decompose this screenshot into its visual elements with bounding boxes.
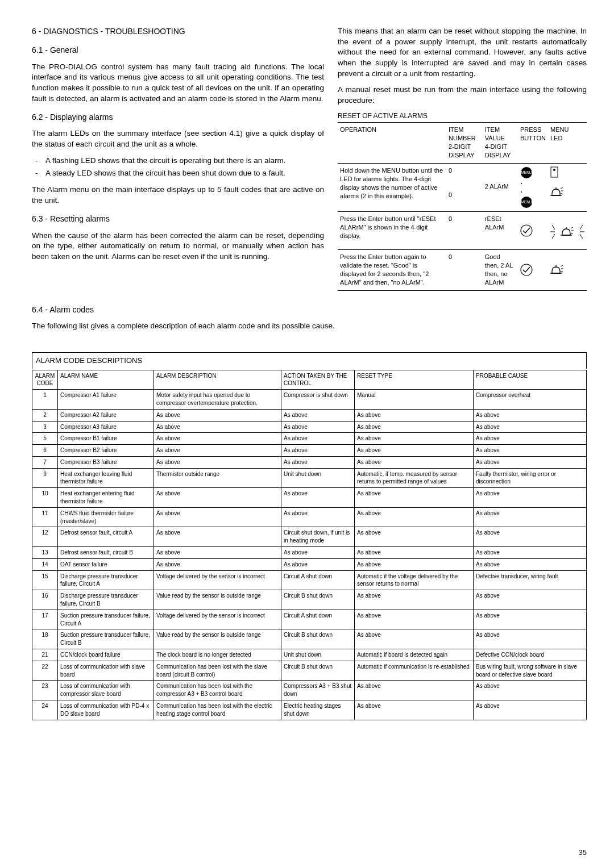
table-row: 3Compressor A3 failureAs aboveAs aboveAs… <box>32 421 587 433</box>
table-row: 23Loss of communication with compressor … <box>32 681 587 700</box>
bell-flashing-icon <box>550 215 584 247</box>
reset-row-1: Hold down the MENU button until the LED … <box>338 163 587 211</box>
svg-point-19 <box>521 183 522 184</box>
section-6-3-body-3: A manual reset must be run from the main… <box>338 85 587 106</box>
alarm-codes-table-title: ALARM CODE DESCRIPTIONS <box>32 352 587 369</box>
section-6-2-heading: 6.2 - Displaying alarms <box>32 112 324 123</box>
enter-button-icon <box>520 264 533 276</box>
section-6-heading: 6 - DIAGNOSTICS - TROUBLESHOOTING <box>32 26 324 37</box>
table-row: 7Compressor B3 failureAs aboveAs aboveAs… <box>32 456 587 468</box>
section-6-2-body-1: The alarm LEDs on the summary interface … <box>32 128 324 149</box>
col-menu-led: MENULED <box>548 122 587 163</box>
section-6-3-heading: 6.3 - Resetting alarms <box>32 214 324 224</box>
table-row: 21CCN/clock board failureThe clock board… <box>32 649 587 661</box>
table-row: 14OAT sensor failureAs aboveAs aboveAs a… <box>32 558 587 570</box>
table-row: 13Defrost sensor fault, circuit BAs abov… <box>32 547 587 559</box>
section-6-2-body-2: The Alarm menu on the main interface dis… <box>32 185 324 206</box>
table-row: 1Compressor A1 failureMotor safety input… <box>32 390 587 410</box>
table-row: 2Compressor A2 failureAs aboveAs aboveAs… <box>32 409 587 421</box>
section-6-4-heading: 6.4 - Alarm codes <box>32 304 587 315</box>
col-item-number: ITEM NUMBER2-DIGIT DISPLAY <box>446 122 483 163</box>
alarm-led-list: A flashing LED shows that the circuit is… <box>32 156 324 179</box>
table-row: 5Compressor B1 failureAs aboveAs aboveAs… <box>32 433 587 445</box>
menu-button-icon <box>520 166 533 179</box>
table-row: 17Suction pressure transducer failure, C… <box>32 610 587 629</box>
col-alarm-name: ALARM NAME <box>58 370 154 390</box>
table-row: 10Heat exchanger entering fluid thermist… <box>32 488 587 508</box>
section-6-1-body: The PRO-DIALOG control system has many f… <box>32 62 324 105</box>
table-row: 9Heat exchanger leaving fluid thermistor… <box>32 468 587 488</box>
col-press-button: PRESSBUTTON <box>518 122 548 163</box>
list-item: A steady LED shows that the circuit has … <box>32 168 324 179</box>
table-row: 11CHWS fluid thermistor failure (master/… <box>32 507 587 527</box>
table-row: 22Loss of communication with slave board… <box>32 661 587 681</box>
alarm-codes-table: ALARM CODE ALARM NAME ALARM DESCRIPTION … <box>32 370 587 720</box>
enter-button-icon <box>520 224 533 237</box>
section-6-4-body: The following list gives a complete desc… <box>32 321 587 332</box>
col-alarm-description: ALARM DESCRIPTION <box>154 370 281 390</box>
col-operation: OPERATION <box>338 122 446 163</box>
svg-point-20 <box>521 191 522 193</box>
col-item-value: ITEM VALUE4-DIGIT DISPLAY <box>483 122 518 163</box>
section-6-3-body-2: This means that an alarm can be reset wi… <box>338 26 587 79</box>
section-6-3-body-1: When the cause of the alarm has been cor… <box>32 231 324 262</box>
menu-button-icon <box>520 196 533 208</box>
col-probable-cause: PROBABLE CAUSE <box>474 370 587 390</box>
reset-alarms-table: OPERATION ITEM NUMBER2-DIGIT DISPLAY ITE… <box>338 122 587 291</box>
section-6-1-heading: 6.1 - General <box>32 45 324 56</box>
bell-icon <box>550 264 564 276</box>
reset-table-title: RESET OF ACTIVE ALARMS <box>338 111 587 121</box>
list-item: A flashing LED shows that the circuit is… <box>32 156 324 166</box>
table-row: 6Compressor B2 failureAs aboveAs aboveAs… <box>32 445 587 457</box>
col-action: ACTION TAKEN BY THE CONTROL <box>281 370 355 390</box>
table-row: 12Defrost sensor fault, circuit AAs abov… <box>32 527 587 547</box>
table-row: 24Loss of communication with PD-4 x DO s… <box>32 700 587 720</box>
reset-row-2: Press the Enter button until "rESEt ALAR… <box>338 211 587 249</box>
reset-row-3: Press the Enter button again to validate… <box>338 249 587 290</box>
led-frame-icon <box>550 166 558 178</box>
col-reset-type: RESET TYPE <box>355 370 474 390</box>
table-row: 18Suction pressure transducer failure, C… <box>32 629 587 649</box>
col-alarm-code: ALARM CODE <box>32 370 58 390</box>
bell-icon <box>550 186 564 198</box>
table-row: 16Discharge pressure transducer failure,… <box>32 590 587 610</box>
table-row: 15Discharge pressure transducer failure,… <box>32 570 587 590</box>
